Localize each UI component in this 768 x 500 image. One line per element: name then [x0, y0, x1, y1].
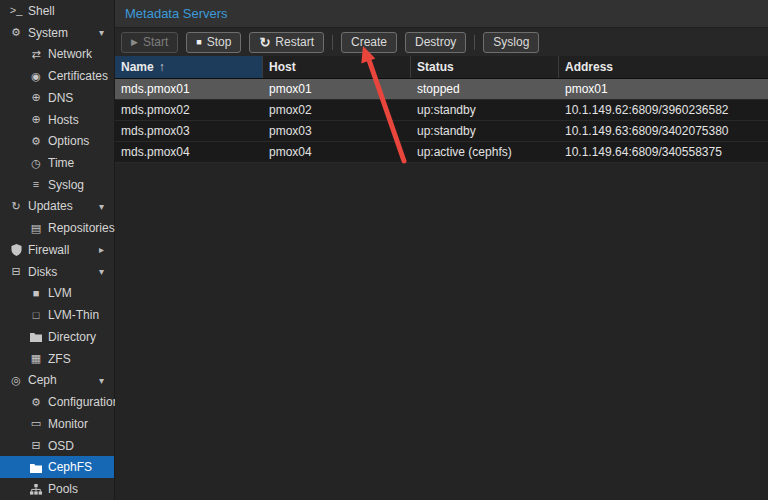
sidebar-item-lvm[interactable]: ■ LVM: [0, 283, 114, 305]
table-row[interactable]: mds.pmox02 pmox02 up:standby 10.1.149.62…: [115, 100, 768, 121]
cell-name: mds.pmox04: [115, 142, 263, 162]
column-label: Name: [121, 60, 154, 74]
gear-icon: ⚙: [27, 136, 45, 147]
stop-button-label: Stop: [207, 35, 232, 49]
cell-address: pmox01: [559, 79, 768, 99]
chevron-down-icon[interactable]: ▾: [99, 266, 104, 277]
sidebar-item-syslog[interactable]: ≡ Syslog: [0, 174, 114, 196]
sidebar-item-shell[interactable]: >_ Shell: [0, 0, 114, 22]
sidebar-item-disks[interactable]: ⊟ Disks ▾: [0, 261, 114, 283]
table-row[interactable]: mds.pmox04 pmox04 up:active (cephfs) 10.…: [115, 142, 768, 163]
sidebar-item-system[interactable]: ⚙ System ▾: [0, 22, 114, 44]
cell-address: 10.1.149.63:6809/3402075380: [559, 121, 768, 141]
column-header-address[interactable]: Address: [559, 56, 768, 78]
sidebar-item-time[interactable]: ◷ Time: [0, 152, 114, 174]
exchange-icon: ⇄: [27, 49, 45, 60]
column-label: Host: [269, 60, 296, 74]
sidebar-item-label: LVM: [48, 286, 72, 300]
cell-name: mds.pmox01: [115, 79, 263, 99]
sidebar-item-monitor[interactable]: ▭ Monitor: [0, 413, 114, 435]
cell-host: pmox02: [263, 100, 411, 120]
sidebar-item-label: Disks: [28, 265, 57, 279]
sidebar-item-label: CephFS: [48, 460, 92, 474]
restart-button[interactable]: ↻ Restart: [249, 32, 324, 53]
chevron-down-icon[interactable]: ▾: [99, 201, 104, 212]
sidebar-item-zfs[interactable]: ▦ ZFS: [0, 348, 114, 370]
panel-titlebar: Metadata Servers: [115, 0, 768, 28]
folder-icon: [27, 331, 45, 342]
toolbar-separator: [474, 35, 475, 50]
terminal-icon: >_: [7, 5, 25, 16]
sidebar-item-label: OSD: [48, 439, 74, 453]
create-button[interactable]: Create: [341, 32, 397, 53]
column-header-host[interactable]: Host: [263, 56, 411, 78]
cell-status: up:standby: [411, 121, 559, 141]
sidebar-item-updates[interactable]: ↻ Updates ▾: [0, 196, 114, 218]
column-label: Address: [565, 60, 613, 74]
sidebar-item-label: Shell: [28, 4, 55, 18]
sidebar-item-label: ZFS: [48, 352, 71, 366]
sidebar-item-label: Network: [48, 47, 92, 61]
sidebar-item-lvm-thin[interactable]: □ LVM-Thin: [0, 304, 114, 326]
sidebar-item-network[interactable]: ⇄ Network: [0, 43, 114, 65]
gears-icon: ⚙: [7, 27, 25, 38]
sidebar-item-label: Options: [48, 134, 89, 148]
column-label: Status: [417, 60, 454, 74]
chevron-right-icon[interactable]: ▸: [99, 244, 104, 255]
sidebar-item-options[interactable]: ⚙ Options: [0, 130, 114, 152]
folder-icon: [27, 462, 45, 473]
sidebar-item-label: Directory: [48, 330, 96, 344]
column-header-status[interactable]: Status: [411, 56, 559, 78]
sidebar-item-dns[interactable]: ⊕ DNS: [0, 87, 114, 109]
sidebar-item-pools[interactable]: Pools: [0, 478, 114, 500]
sitemap-icon: [27, 483, 45, 495]
sidebar-item-hosts[interactable]: ⊕ Hosts: [0, 109, 114, 131]
start-button-label: Start: [143, 35, 168, 49]
sidebar-item-repositories[interactable]: ▤ Repositories: [0, 217, 114, 239]
syslog-button[interactable]: Syslog: [483, 32, 539, 53]
sidebar-item-certificates[interactable]: ◉ Certificates: [0, 65, 114, 87]
grid-icon: ▦: [27, 353, 45, 364]
sidebar-item-firewall[interactable]: Firewall ▸: [0, 239, 114, 261]
refresh-icon: ↻: [259, 36, 270, 49]
shield-icon: [7, 244, 25, 256]
clock-icon: ◷: [27, 158, 45, 169]
stop-button[interactable]: ■ Stop: [186, 32, 241, 53]
sidebar-item-label: Configuration: [48, 395, 119, 409]
syslog-button-label: Syslog: [493, 35, 529, 49]
certificate-icon: ◉: [27, 71, 45, 82]
cell-address: 10.1.149.64:6809/340558375: [559, 142, 768, 162]
sidebar-item-label: Syslog: [48, 178, 84, 192]
sidebar: >_ Shell ⚙ System ▾ ⇄ Network ◉ Certific…: [0, 0, 115, 500]
sidebar-item-directory[interactable]: Directory: [0, 326, 114, 348]
stop-icon: ■: [196, 38, 201, 47]
sort-ascending-icon: ↑: [159, 60, 165, 74]
cell-host: pmox01: [263, 79, 411, 99]
ceph-logo-icon: ◎: [7, 375, 25, 386]
sidebar-item-label: Hosts: [48, 113, 79, 127]
sidebar-item-osd[interactable]: ⊟ OSD: [0, 435, 114, 457]
start-button[interactable]: ▶ Start: [121, 32, 178, 53]
chevron-down-icon[interactable]: ▾: [99, 27, 104, 38]
restart-button-label: Restart: [275, 35, 314, 49]
content-panel: Metadata Servers ▶ Start ■ Stop ↻ Restar…: [115, 0, 768, 500]
sidebar-item-label: LVM-Thin: [48, 308, 99, 322]
column-header-name[interactable]: Name ↑: [115, 56, 263, 78]
sidebar-item-cephfs[interactable]: CephFS: [0, 456, 114, 478]
sidebar-item-configuration[interactable]: ⚙ Configuration: [0, 391, 114, 413]
cell-name: mds.pmox02: [115, 100, 263, 120]
sidebar-item-label: Certificates: [48, 69, 108, 83]
toolbar-separator: [332, 35, 333, 50]
list-icon: ≡: [27, 179, 45, 190]
destroy-button[interactable]: Destroy: [405, 32, 466, 53]
sidebar-item-ceph[interactable]: ◎ Ceph ▾: [0, 369, 114, 391]
sidebar-item-label: Updates: [28, 199, 73, 213]
sidebar-item-label: Monitor: [48, 417, 88, 431]
refresh-icon: ↻: [7, 201, 25, 212]
square-icon: ■: [27, 288, 45, 299]
chevron-down-icon[interactable]: ▾: [99, 375, 104, 386]
cell-host: pmox04: [263, 142, 411, 162]
table-row[interactable]: mds.pmox01 pmox01 stopped pmox01: [115, 79, 768, 100]
cell-address: 10.1.149.62:6809/3960236582: [559, 100, 768, 120]
table-row[interactable]: mds.pmox03 pmox03 up:standby 10.1.149.63…: [115, 121, 768, 142]
